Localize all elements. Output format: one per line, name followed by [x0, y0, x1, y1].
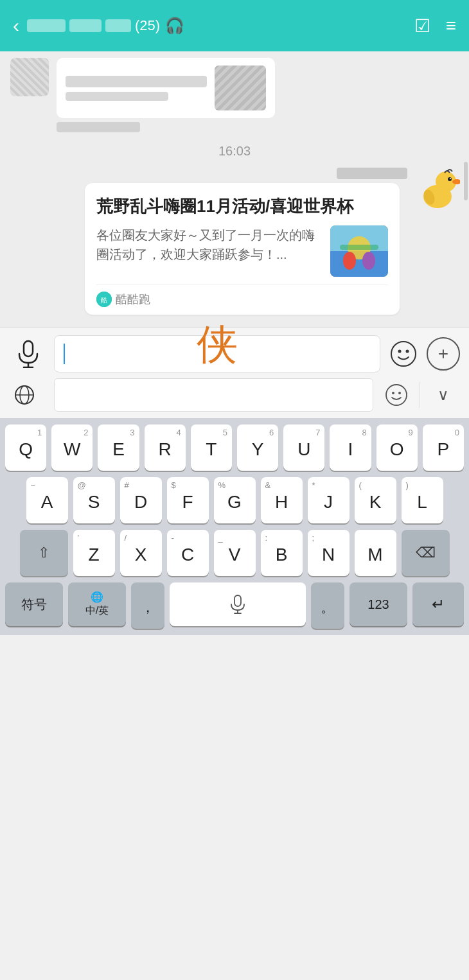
- mic-button[interactable]: [9, 335, 48, 373]
- keyboard-switch-button[interactable]: [9, 378, 48, 412]
- message-input[interactable]: 侠: [54, 335, 380, 372]
- svg-point-25: [398, 392, 401, 394]
- key-y[interactable]: 6 Y: [237, 424, 278, 471]
- key-a[interactable]: ~ A: [26, 477, 68, 523]
- chat-area: 16:03: [0, 51, 469, 328]
- key-f[interactable]: $ F: [167, 477, 209, 523]
- key-x[interactable]: / X: [120, 530, 162, 576]
- key-letter-n: N: [322, 545, 335, 565]
- comma-key[interactable]: ，: [131, 582, 164, 629]
- menu-icon[interactable]: ≡: [446, 15, 456, 36]
- svg-text:酷: 酷: [101, 297, 107, 304]
- comma-label: ，: [141, 598, 155, 617]
- key-sym-colon: :: [265, 533, 268, 543]
- calendar-icon[interactable]: ☑: [414, 15, 430, 37]
- shift-key[interactable]: ⇧: [20, 530, 68, 576]
- return-icon: ↵: [432, 595, 445, 613]
- key-num-8: 8: [362, 428, 366, 437]
- keyboard-row-3: ⇧ ' Z / X - C _ V : B ; N M ⌫: [5, 530, 464, 576]
- num123-key[interactable]: 123: [350, 582, 407, 626]
- key-letter-c: C: [181, 545, 194, 565]
- key-b[interactable]: : B: [261, 530, 303, 576]
- key-n[interactable]: ; N: [308, 530, 350, 576]
- key-num-1: 1: [37, 428, 42, 437]
- key-letter-q: Q: [19, 439, 33, 460]
- key-letter-i: I: [348, 439, 353, 460]
- key-num-6: 6: [269, 428, 274, 437]
- key-d[interactable]: # D: [120, 477, 162, 523]
- key-r[interactable]: 4 R: [145, 424, 186, 471]
- key-q[interactable]: 1 Q: [5, 424, 46, 471]
- back-button[interactable]: ‹: [13, 15, 19, 37]
- svg-rect-26: [234, 595, 241, 606]
- fuhao-label: 符号: [21, 596, 47, 613]
- emoji-button-2[interactable]: [380, 378, 413, 412]
- key-letter-k: K: [369, 492, 382, 512]
- return-key[interactable]: ↵: [412, 582, 464, 626]
- key-w[interactable]: 2 W: [51, 424, 93, 471]
- key-l[interactable]: ) L: [402, 477, 443, 523]
- keyboard: 1 Q 2 W 3 E 4 R 5 T 6 Y 7 U 8 I: [0, 418, 469, 635]
- key-s[interactable]: @ S: [73, 477, 115, 523]
- bubble-blurred-wrap: [57, 58, 275, 132]
- message-row-right: 荒野乱斗嗨圈11月活动/喜迎世界杯 各位圈友大家好～又到了一月一次的嗨圈活动了，…: [0, 161, 469, 321]
- svg-point-2: [448, 177, 452, 181]
- plus-button[interactable]: +: [427, 337, 460, 371]
- key-p[interactable]: 0 P: [423, 424, 464, 471]
- period-key[interactable]: 。: [311, 582, 344, 629]
- sender-blur: [337, 168, 407, 179]
- space-mic-icon: [229, 595, 247, 614]
- key-e[interactable]: 3 E: [98, 424, 139, 471]
- key-t[interactable]: 5 T: [191, 424, 232, 471]
- key-u[interactable]: 7 U: [283, 424, 324, 471]
- zhongying-label: 中/英: [85, 604, 109, 618]
- key-j[interactable]: * J: [308, 477, 350, 523]
- backspace-key[interactable]: ⌫: [402, 530, 450, 576]
- bubble-blurred-inner: [66, 66, 266, 110]
- blur-line-4: [57, 122, 140, 132]
- zhongying-key[interactable]: 🌐 中/英: [68, 582, 126, 626]
- pinyin-area[interactable]: [54, 378, 373, 412]
- key-i[interactable]: 8 I: [330, 424, 371, 471]
- svg-point-19: [406, 350, 409, 353]
- emoji-button[interactable]: [387, 337, 420, 371]
- key-z[interactable]: ' Z: [73, 530, 115, 576]
- period-label: 。: [321, 598, 335, 617]
- blurred-image: [215, 66, 266, 110]
- key-num-7: 7: [315, 428, 320, 437]
- key-g[interactable]: % G: [214, 477, 256, 523]
- svg-rect-11: [340, 245, 378, 250]
- key-v[interactable]: _ V: [214, 530, 256, 576]
- message-card[interactable]: 荒野乱斗嗨圈11月活动/喜迎世界杯 各位圈友大家好～又到了一月一次的嗨圈活动了，…: [85, 183, 400, 315]
- fuhao-key[interactable]: 符号: [5, 582, 63, 626]
- svg-point-17: [391, 342, 416, 366]
- key-num-3: 3: [130, 428, 134, 437]
- key-num-2: 2: [84, 428, 88, 437]
- sender-name-blurred: [337, 168, 407, 179]
- key-letter-y: Y: [252, 439, 264, 460]
- space-key[interactable]: [170, 582, 306, 626]
- key-letter-l: L: [417, 492, 427, 512]
- key-c[interactable]: - C: [167, 530, 209, 576]
- key-letter-z: Z: [88, 545, 99, 565]
- key-letter-d: D: [134, 492, 147, 512]
- key-letter-x: X: [135, 545, 147, 565]
- key-letter-v: V: [229, 545, 241, 565]
- key-sym-rparen: ): [406, 480, 409, 490]
- svg-point-23: [386, 385, 407, 405]
- key-sym-slash: /: [125, 533, 127, 543]
- key-m[interactable]: M: [355, 530, 396, 576]
- timestamp: 16:03: [0, 139, 469, 161]
- unread-badge: (25): [135, 17, 160, 34]
- footer-logo: 酷: [96, 292, 112, 307]
- duck-avatar: [415, 168, 460, 213]
- card-title: 荒野乱斗嗨圈11月活动/喜迎世界杯: [96, 195, 388, 218]
- key-letter-t: T: [206, 439, 217, 460]
- num123-label: 123: [367, 597, 389, 612]
- chevron-down-button[interactable]: ∨: [427, 378, 460, 412]
- svg-point-3: [450, 178, 451, 179]
- key-k[interactable]: ( K: [355, 477, 396, 523]
- key-h[interactable]: & H: [261, 477, 303, 523]
- key-o[interactable]: 9 O: [376, 424, 418, 471]
- right-message-area: 荒野乱斗嗨圈11月活动/喜迎世界杯 各位圈友大家好～又到了一月一次的嗨圈活动了，…: [85, 168, 407, 315]
